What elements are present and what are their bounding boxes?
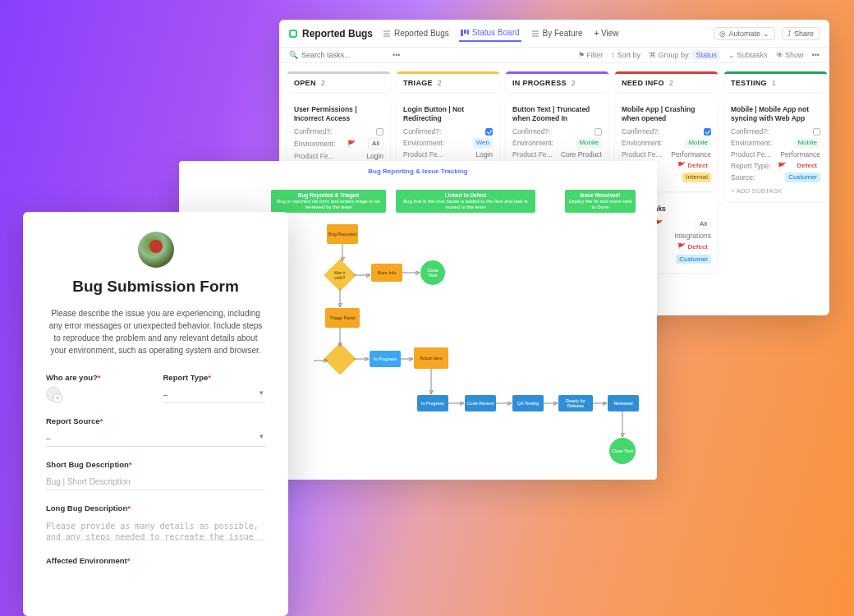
field-tag: Mobile	[794, 138, 820, 148]
svg-rect-2	[467, 30, 469, 34]
group-value: Status	[692, 50, 720, 60]
label-who: Who are you?*	[46, 373, 149, 382]
share-button[interactable]: ⤴ Share	[782, 27, 820, 40]
list-icon	[531, 30, 539, 38]
select-report-type[interactable]: –	[163, 387, 266, 403]
kanban-card[interactable]: Login Button | Not RedirectingConfirmed?…	[397, 99, 499, 168]
column-name: OPEN	[294, 79, 316, 87]
node-decision-valid[interactable]: Was it valid?	[324, 259, 356, 292]
checkbox-icon[interactable]	[595, 128, 602, 136]
node-decision-2[interactable]	[324, 342, 356, 375]
column-name: NEED INFO	[622, 79, 664, 87]
view-tab-label: By Feature	[543, 29, 583, 38]
share-label: Share	[794, 30, 814, 38]
search-input[interactable]	[301, 51, 367, 59]
field-label: Product Fe...	[403, 150, 443, 159]
column-header[interactable]: TRIAGE2	[397, 71, 499, 92]
add-view-label: + View	[594, 29, 618, 38]
field-long-description: Long Bug Description*	[46, 503, 265, 543]
svg-rect-1	[464, 30, 466, 34]
view-tab-status-board[interactable]: Status Board	[459, 25, 521, 42]
kanban-card[interactable]: Button Text | Truncated when Zoomed InCo…	[506, 99, 608, 168]
filter-button[interactable]: ⚑ Filter	[578, 51, 604, 59]
field-label: Product Fe...	[512, 150, 553, 159]
chevron-down-icon: ⌄	[763, 30, 769, 38]
view-tab-reported-bugs[interactable]: Reported Bugs	[381, 25, 451, 41]
share-icon: ⤴	[787, 30, 792, 38]
field-tag: Customer	[785, 172, 820, 182]
add-subtask-button[interactable]: + ADD SUBTASK	[731, 187, 820, 195]
checkbox-icon[interactable]	[485, 128, 493, 136]
node-close-task-1[interactable]: Close Task	[420, 260, 445, 285]
field-label: Source:	[731, 173, 755, 182]
list-icon	[383, 30, 391, 38]
field-report-source: Report Source* –	[46, 416, 265, 447]
kanban-card[interactable]: Mobile | Mobile App not syncing with Web…	[724, 99, 827, 201]
label-report-type: Report Type*	[163, 373, 266, 382]
field-short-description: Short Bug Description*	[46, 460, 265, 490]
search-box[interactable]: 🔍	[289, 51, 388, 59]
node-triage-panel[interactable]: Triage Panel	[325, 308, 360, 328]
group-by-button[interactable]: ⌘ Group by: Status	[649, 51, 720, 59]
node-bug-reported[interactable]: Bug Reported	[327, 224, 358, 244]
card-field-row: Product Fe...Login	[403, 150, 493, 159]
node-qa-testing[interactable]: QA Testing	[512, 395, 544, 411]
field-value: Login	[475, 150, 493, 159]
node-in-progress-1[interactable]: In Progress	[370, 351, 401, 367]
subtasks-button[interactable]: ⌄ Subtasks	[728, 51, 768, 59]
view-tab-by-feature[interactable]: By Feature	[530, 25, 585, 41]
card-field-row: Environment:Mobile	[731, 138, 820, 148]
lane-reported: Bug Reported & Triaged Bug is reported v…	[271, 190, 386, 213]
card-title: Mobile | Mobile App not syncing with Web…	[731, 105, 820, 122]
kanban-card[interactable]: User Permissions | Incorrect AccessConfi…	[287, 99, 390, 169]
node-close-task-2[interactable]: Close Task	[609, 438, 636, 464]
checkbox-icon[interactable]	[376, 128, 383, 136]
checkbox-icon[interactable]	[704, 128, 711, 136]
select-report-source[interactable]: –	[46, 430, 265, 447]
card-title: Login Button | Not Redirecting	[403, 105, 493, 122]
field-label: Confirmed?:	[512, 127, 550, 136]
node-more-info[interactable]: More Info	[371, 264, 402, 282]
textarea-long-desc[interactable]	[46, 517, 265, 540]
show-button[interactable]: 👁 Show	[776, 51, 804, 59]
card-tag: 🚩 Defect	[674, 242, 711, 252]
field-tag: Defect	[794, 161, 820, 171]
field-tag: All	[696, 218, 711, 230]
field-who-are-you: Who are you?*	[46, 373, 149, 403]
node-code-review[interactable]: Code Review	[465, 395, 496, 411]
field-report-type: Report Type* –	[163, 373, 266, 403]
column-header[interactable]: OPEN2	[287, 71, 390, 92]
form-avatar	[138, 232, 174, 268]
sort-button[interactable]: ↕ Sort by	[611, 51, 640, 59]
node-ready-release[interactable]: Ready for Release	[558, 395, 593, 411]
checkbox-icon[interactable]	[813, 128, 820, 136]
search-more-icon[interactable]: •••	[393, 51, 400, 59]
column-header[interactable]: NEED INFO2	[615, 71, 718, 92]
search-icon: 🔍	[289, 51, 298, 59]
board-icon	[461, 29, 469, 37]
add-view-button[interactable]: + View	[592, 25, 620, 41]
input-short-desc[interactable]	[46, 474, 265, 490]
field-value: Login	[366, 152, 383, 160]
card-field-row: Confirmed?:	[731, 127, 820, 136]
svg-rect-0	[461, 30, 463, 36]
node-released[interactable]: Released	[608, 395, 639, 411]
card-field-row: Product Fe...Performance	[731, 150, 820, 159]
view-tab-label: Status Board	[472, 28, 520, 37]
label-report-source: Report Source*	[46, 416, 265, 425]
card-title: User Permissions | Incorrect Access	[294, 105, 383, 122]
card-field-row: Product Fe...Core Product	[512, 150, 602, 159]
column-header[interactable]: IN PROGRESS2	[506, 71, 608, 92]
card-field-row: Confirmed?:	[294, 127, 383, 136]
node-in-progress-2[interactable]: In Progress	[417, 395, 448, 411]
automate-button[interactable]: ◎ Automate ⌄	[714, 27, 775, 40]
card-field-row: Environment:Web	[403, 138, 493, 148]
column-header[interactable]: TESTIING1	[724, 71, 827, 92]
flow-title: Bug Reporting & Issue Tracking	[179, 161, 657, 178]
node-action-item[interactable]: Action Item	[414, 347, 448, 369]
assignee-picker[interactable]	[46, 387, 61, 402]
more-icon[interactable]: •••	[812, 51, 820, 59]
board-toolbar: 🔍 ••• ⚑ Filter ↕ Sort by ⌘ Group by: Sta…	[279, 48, 829, 63]
field-tag: Web	[473, 138, 493, 148]
lane-resolved: Issue Resolved! Deploy the fix and move …	[565, 190, 636, 213]
